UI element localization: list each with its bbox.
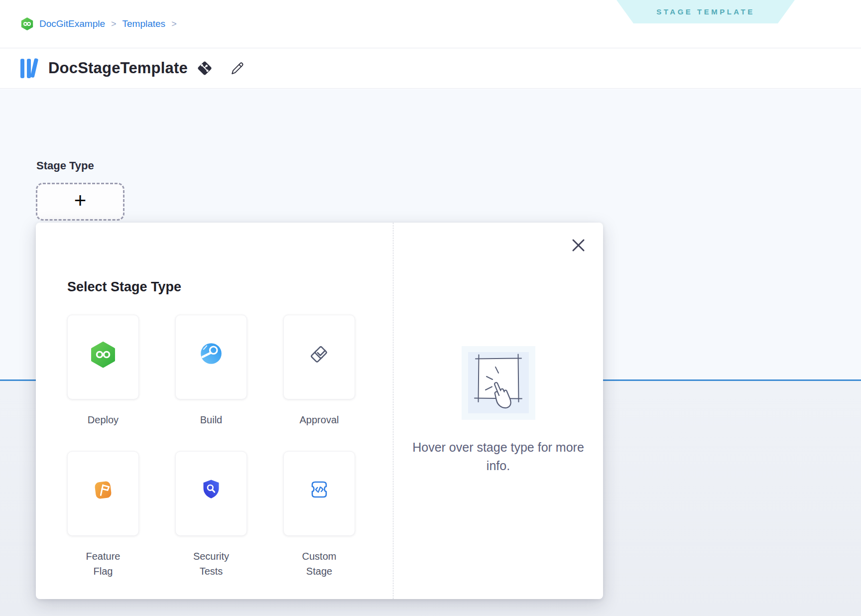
feature-flag-icon [91, 478, 116, 502]
stage-card-security-tests[interactable] [175, 451, 247, 536]
close-x-icon [572, 239, 585, 252]
plus-icon: + [74, 190, 87, 211]
stage-template-badge-label: STAGE TEMPLATE [656, 7, 754, 16]
add-stage-button[interactable]: + [36, 183, 124, 221]
security-shield-icon [199, 478, 223, 502]
stage-card-label: Build [200, 412, 222, 427]
stage-card-label: Deploy [88, 412, 119, 427]
breadcrumb-bar: DocGitExample > Templates > STAGE TEMPLA… [0, 0, 861, 48]
hover-hint-text: Hover over stage type for more info. [412, 438, 585, 475]
stage-type-build: Build [175, 315, 247, 427]
stage-type-security-tests: Security Tests [175, 451, 247, 579]
template-header: DocStageTemplate VISUAL YAML [0, 48, 861, 89]
stage-type-row-1: Deploy [67, 315, 393, 427]
close-button[interactable] [570, 237, 587, 253]
select-stage-type-popover: Select Stage Type [36, 223, 603, 599]
stage-card-feature-flag[interactable] [67, 451, 139, 536]
stage-card-label: Custom Stage [291, 549, 347, 579]
click-stage-illustration [462, 346, 535, 420]
stage-type-grid-panel: Select Stage Type [36, 223, 393, 599]
stage-type-deploy: Deploy [67, 315, 139, 427]
approval-check-icon [306, 341, 332, 367]
stage-type-row-2: Feature Flag [67, 451, 393, 579]
edit-pencil-icon[interactable] [230, 61, 245, 76]
stage-type-custom-stage: Custom Stage [283, 451, 355, 579]
git-tag-icon [196, 60, 213, 77]
breadcrumb: DocGitExample > Templates > [21, 17, 177, 30]
breadcrumb-separator: > [111, 19, 117, 29]
stage-card-label: Feature Flag [75, 549, 131, 579]
stage-card-label: Approval [300, 412, 339, 427]
breadcrumb-separator: > [171, 19, 177, 29]
stage-type-label: Stage Type [36, 159, 94, 172]
stage-card-deploy[interactable] [67, 315, 139, 399]
breadcrumb-link-project[interactable]: DocGitExample [39, 18, 105, 29]
stage-info-panel: Hover over stage type for more info. [393, 223, 603, 599]
stage-card-custom-stage[interactable] [283, 451, 355, 536]
stage-template-badge: STAGE TEMPLATE [616, 0, 795, 23]
project-icon [21, 17, 33, 30]
stage-card-build[interactable] [175, 315, 247, 399]
page-title: DocStageTemplate [48, 59, 188, 77]
cd-deploy-icon [90, 341, 116, 368]
stage-type-feature-flag: Feature Flag [67, 451, 139, 579]
stage-card-label: Security Tests [183, 549, 239, 579]
ci-build-icon [199, 341, 224, 366]
breadcrumb-link-templates[interactable]: Templates [123, 18, 166, 29]
template-library-icon [19, 57, 41, 80]
stage-type-approval: Approval [283, 315, 355, 427]
stage-card-approval[interactable] [283, 315, 355, 399]
stage-template-page: DocGitExample > Templates > STAGE TEMPLA… [0, 0, 861, 616]
custom-stage-icon [307, 478, 331, 501]
popover-title: Select Stage Type [67, 278, 393, 295]
